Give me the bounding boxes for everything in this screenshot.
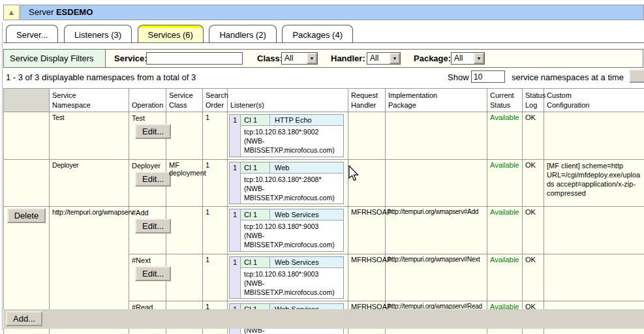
custom-configuration-cell: [MF client] scheme=http URL=/cgi/mfdeplo… xyxy=(544,159,644,207)
page-nav-button[interactable] xyxy=(629,69,644,83)
listener-number: 1 xyxy=(230,115,241,157)
action-cell xyxy=(4,112,50,160)
table-row: Delete http://tempuri.org/wmapserv #Add … xyxy=(4,207,644,254)
services-table: Service Namespace Operation Service Clas… xyxy=(3,88,644,334)
search-order-cell: 1 xyxy=(203,112,228,160)
request-handler-cell xyxy=(348,159,386,207)
show-count-input[interactable] xyxy=(471,70,505,83)
namespace-count-summary: 1 - 3 of 3 displayable namespaces from a… xyxy=(6,72,196,82)
operation-cell: #Next Edit... xyxy=(129,254,166,301)
edit-button[interactable]: Edit... xyxy=(135,124,171,139)
edit-button[interactable]: Edit... xyxy=(135,266,171,281)
edit-button[interactable]: Edit... xyxy=(135,172,171,187)
implementation-package-cell xyxy=(386,112,487,160)
header-operation: Operation xyxy=(129,89,166,112)
tab-server[interactable]: Server... xyxy=(6,25,58,42)
chevron-down-icon[interactable]: ▼ xyxy=(474,53,484,64)
header-implementation-package: Implementation Package xyxy=(386,89,487,112)
service-display-filters-bar: Service Display Filters Service: Class: … xyxy=(3,49,643,68)
collapse-triangle-icon[interactable]: ▲ xyxy=(3,5,20,20)
left-frame-border xyxy=(2,22,3,330)
implementation-package-cell: http://tempuri.org/wmapserv#Add xyxy=(386,207,487,254)
table-header-row: Service Namespace Operation Service Clas… xyxy=(4,89,644,112)
handler-filter-label: Handler: xyxy=(331,50,365,67)
service-class-cell xyxy=(166,254,203,301)
chevron-down-icon[interactable]: ▼ xyxy=(390,53,400,64)
tab-packages[interactable]: Packages (4) xyxy=(282,25,353,42)
table-row: Test Test Edit... 1 1 CI 1 HTTP Echo tcp… xyxy=(4,112,644,160)
header-actions xyxy=(4,89,50,112)
service-filter-label: Service: xyxy=(114,50,147,67)
listener-endpoint: tcp:10.120.63.180*:2808* xyxy=(244,175,342,184)
listener-endpoint: tcp:10.120.63.180*:9002 xyxy=(244,127,342,136)
listener-number: 1 xyxy=(230,257,241,299)
listener-host: (NWB-MBISSETXP.microfocus.com) xyxy=(244,279,342,297)
delete-button[interactable]: Delete xyxy=(7,208,46,223)
show-suffix-label: service namespaces at a time xyxy=(512,72,624,82)
listener-box: 1 CI 1 Web Services tcp:10.120.63.180*:9… xyxy=(229,256,344,299)
operation-cell: #Add Edit... xyxy=(129,207,166,254)
listener-box: 1 CI 1 Web Services tcp:10.120.63.180*:9… xyxy=(229,209,344,252)
service-class-cell: MF deployment xyxy=(166,159,203,207)
tab-bar: Server... Listeners (3) Services (6) Han… xyxy=(3,25,644,43)
header-request-handler: Request Handler xyxy=(348,89,386,112)
operation-name: #Add xyxy=(132,209,163,217)
add-button[interactable]: Add... xyxy=(6,311,42,326)
namespace-cell: Test xyxy=(50,112,129,160)
edit-button[interactable]: Edit... xyxy=(135,219,171,234)
service-filter-input[interactable] xyxy=(146,52,243,65)
chevron-down-icon[interactable]: ▼ xyxy=(307,53,317,64)
header-service-class: Service Class xyxy=(166,89,203,112)
listener-name: Web Services xyxy=(270,209,343,220)
package-filter-value: All xyxy=(454,53,463,63)
listeners-cell: 1 CI 1 Web Services tcp:10.120.63.180*:9… xyxy=(228,207,348,254)
listeners-cell: 1 CI 1 Web Services tcp:10.120.63.180*:9… xyxy=(228,254,348,301)
listener-number: 1 xyxy=(230,209,241,251)
table-row: Deployer Deployer Edit... MF deployment … xyxy=(4,159,644,207)
tab-listeners[interactable]: Listeners (3) xyxy=(64,25,132,42)
listener-conversation: CI 1 xyxy=(241,209,270,220)
listeners-cell: 1 CI 1 Web tcp:10.120.63.180*:2808* (NWB… xyxy=(228,159,348,207)
listener-host: (NWB-MBISSETXP.microfocus.com) xyxy=(244,231,342,249)
server-title-bar: ▲ Server ESDEMO xyxy=(3,5,644,20)
status-log-cell: OK xyxy=(523,254,544,301)
status-log-cell: OK xyxy=(523,207,544,254)
operation-name: Deployer xyxy=(132,162,163,170)
listener-address: tcp:10.120.63.180*:9002 (NWB-MBISSETXP.m… xyxy=(241,126,343,157)
custom-configuration-cell xyxy=(544,254,644,301)
listener-conversation: CI 1 xyxy=(241,115,270,126)
header-search-order: Search Order xyxy=(203,89,228,112)
tab-services[interactable]: Services (6) xyxy=(138,25,204,42)
listener-endpoint: tcp:10.120.63.180*:9003 xyxy=(244,222,342,231)
listener-conversation: CI 1 xyxy=(241,162,270,174)
header-status-log: Status Log xyxy=(523,89,544,112)
search-order-cell: 1 xyxy=(203,159,228,207)
current-status-cell: Available xyxy=(487,112,523,160)
service-class-cell xyxy=(166,207,203,254)
listener-box: 1 CI 1 Web tcp:10.120.63.180*:2808* (NWB… xyxy=(229,162,344,205)
current-status-cell: Available xyxy=(487,207,523,254)
service-class-cell xyxy=(166,112,203,160)
current-status-cell: Available xyxy=(487,159,523,207)
request-handler-cell: MFRHSOAP xyxy=(348,254,386,301)
tab-handlers[interactable]: Handlers (2) xyxy=(209,25,277,42)
status-log-cell: OK xyxy=(523,159,544,207)
custom-configuration-cell xyxy=(544,112,644,160)
listener-name: HTTP Echo xyxy=(270,115,343,126)
listener-box: 1 CI 1 HTTP Echo tcp:10.120.63.180*:9002… xyxy=(229,114,344,157)
listener-number: 1 xyxy=(230,162,241,204)
operation-cell: Deployer Edit... xyxy=(129,159,166,207)
listener-address: tcp:10.120.63.180*:9003 (NWB-MBISSETXP.m… xyxy=(241,220,343,251)
implementation-package-cell: http://tempuri.org/wmapserv#Next xyxy=(386,254,487,301)
request-handler-cell: MFRHSOAP xyxy=(348,207,386,254)
listener-address: tcp:10.120.63.180*:2808* (NWB-MBISSETXP.… xyxy=(241,174,343,204)
implementation-package-cell xyxy=(386,159,487,207)
package-filter-dropdown[interactable]: All ▼ xyxy=(451,52,485,65)
filter-bar-title: Service Display Filters xyxy=(4,50,106,67)
class-filter-dropdown[interactable]: All ▼ xyxy=(281,52,318,65)
class-filter-label: Class: xyxy=(257,50,283,67)
server-name: ESDEMO xyxy=(56,7,93,17)
handler-filter-dropdown[interactable]: All ▼ xyxy=(367,52,401,65)
operation-name: #Next xyxy=(132,256,163,264)
header-custom-configuration: Custom Configuration xyxy=(544,89,644,112)
